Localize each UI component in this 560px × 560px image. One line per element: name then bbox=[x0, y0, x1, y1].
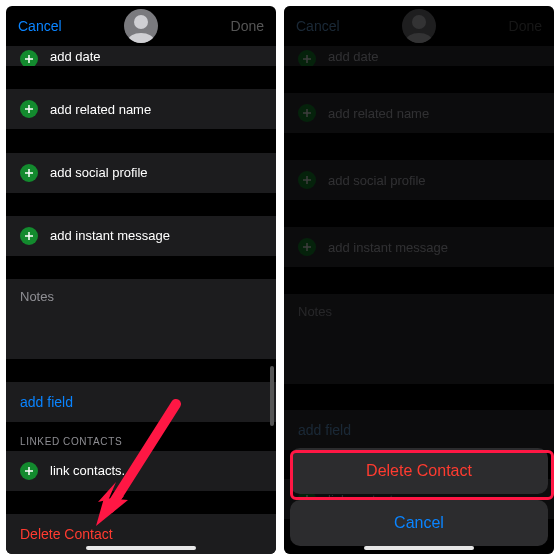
linked-contacts-header: LINKED CONTACTS bbox=[6, 436, 276, 451]
contact-edit-scroll[interactable]: add date add related name add social pro… bbox=[6, 46, 276, 554]
row-label: link contacts... bbox=[50, 463, 132, 478]
navbar: Cancel Done bbox=[6, 6, 276, 46]
plus-icon bbox=[20, 50, 38, 67]
nav-cancel-button: Cancel bbox=[296, 18, 340, 34]
nav-cancel-button[interactable]: Cancel bbox=[18, 18, 62, 34]
add-social-profile-row[interactable]: add social profile bbox=[6, 153, 276, 194]
sheet-delete-contact-button[interactable]: Delete Contact bbox=[290, 448, 548, 494]
navbar: Cancel Done bbox=[284, 6, 554, 46]
nav-done-button[interactable]: Done bbox=[231, 18, 264, 34]
row-label: add related name bbox=[50, 102, 151, 117]
row-label: add social profile bbox=[50, 165, 148, 180]
plus-icon bbox=[20, 227, 38, 245]
add-instant-message-row[interactable]: add instant message bbox=[6, 216, 276, 257]
add-date-row[interactable]: add date bbox=[6, 46, 276, 67]
home-indicator[interactable] bbox=[86, 546, 196, 550]
row-label: add instant message bbox=[50, 228, 170, 243]
screenshot-right: Cancel Done add date add related name ad… bbox=[284, 6, 554, 554]
plus-icon bbox=[20, 164, 38, 182]
add-related-name-row[interactable]: add related name bbox=[6, 89, 276, 130]
nav-done-button: Done bbox=[509, 18, 542, 34]
plus-icon bbox=[20, 462, 38, 480]
add-field-row[interactable]: add field bbox=[6, 382, 276, 422]
screenshot-left: Cancel Done add date add related name ad… bbox=[6, 6, 276, 554]
contact-avatar bbox=[402, 9, 436, 43]
sheet-cancel-button[interactable]: Cancel bbox=[290, 500, 548, 546]
home-indicator[interactable] bbox=[364, 546, 474, 550]
link-contacts-row[interactable]: link contacts... bbox=[6, 451, 276, 492]
scrollbar[interactable] bbox=[270, 366, 274, 426]
action-sheet: Delete Contact Cancel bbox=[290, 448, 548, 546]
contact-avatar[interactable] bbox=[124, 9, 158, 43]
plus-icon bbox=[20, 100, 38, 118]
row-label: add date bbox=[50, 49, 101, 64]
notes-field[interactable]: Notes bbox=[6, 279, 276, 359]
